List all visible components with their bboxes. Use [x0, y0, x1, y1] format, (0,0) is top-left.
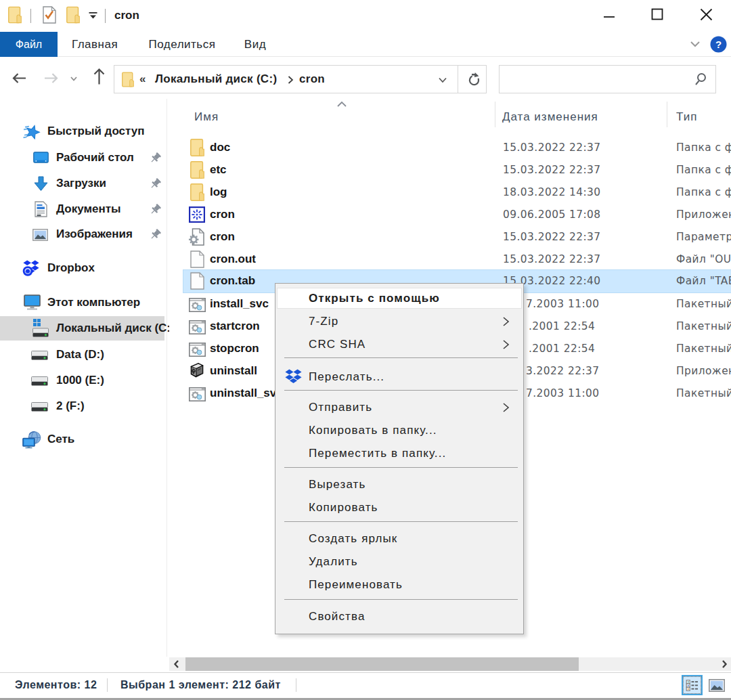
new-folder-icon[interactable]: [66, 6, 80, 24]
column-header-date[interactable]: Дата изменения: [502, 110, 598, 124]
refresh-icon[interactable]: [466, 71, 483, 88]
pin-icon: [150, 152, 161, 164]
search-icon[interactable]: [693, 72, 709, 87]
menu-item-label: Копировать: [309, 501, 378, 515]
file-type: Папка с файлами: [676, 164, 731, 176]
navigation-pane: Быстрый доступ Рабочий стол: [0, 99, 167, 657]
tab-home[interactable]: Главная: [68, 32, 122, 57]
file-row-cron-app[interactable]: cron 09.06.2005 17:08 Приложение: [169, 204, 731, 226]
menu-separator: [284, 390, 518, 391]
menu-item-move-to-folder[interactable]: Переместить в папку...: [278, 442, 521, 465]
horizontal-scrollbar[interactable]: [169, 657, 731, 671]
tab-file[interactable]: Файл: [0, 32, 58, 57]
sidebar-item-this-pc[interactable]: Этот компьютер: [0, 292, 167, 313]
file-date: 09.06.2005 17:08: [503, 209, 601, 221]
breadcrumb-chevron-left[interactable]: «: [139, 72, 146, 86]
menu-item-label: Переименовать: [309, 578, 403, 592]
sidebar-item-1000-e[interactable]: 1000 (E:): [0, 370, 167, 391]
sidebar-item-quick-access[interactable]: Быстрый доступ: [0, 121, 167, 142]
help-icon[interactable]: ?: [710, 36, 727, 53]
close-button[interactable]: [684, 0, 728, 28]
file-row-etc[interactable]: etc 15.03.2022 22:37 Папка с файлами: [169, 159, 731, 181]
menu-item-rename[interactable]: Переименовать: [278, 573, 521, 596]
menu-item-copy[interactable]: Копировать: [278, 496, 521, 519]
sidebar-item-data-d[interactable]: Data (D:): [0, 345, 167, 366]
sort-chevron-icon[interactable]: [336, 101, 347, 108]
file-name: cron.out: [210, 253, 256, 266]
menu-separator: [284, 467, 518, 468]
scroll-right-icon[interactable]: [717, 657, 731, 671]
menu-item-properties[interactable]: Свойства: [278, 605, 521, 628]
column-header-type[interactable]: Тип: [676, 110, 697, 124]
file-date: 7.2003 11:00: [526, 298, 600, 310]
up-icon[interactable]: [93, 68, 105, 85]
properties-check-icon[interactable]: [43, 6, 56, 24]
column-divider[interactable]: [495, 102, 495, 127]
tab-view[interactable]: Вид: [241, 32, 269, 57]
menu-item-delete[interactable]: Удалить: [278, 550, 521, 573]
sidebar-item-documents[interactable]: Документы: [0, 199, 167, 220]
breadcrumb-arrow-icon[interactable]: [287, 75, 294, 85]
menu-item-dropbox-send[interactable]: Переслать...: [278, 366, 521, 389]
tab-share[interactable]: Поделиться: [148, 32, 216, 57]
file-type: Приложение: [676, 209, 731, 221]
title-bar: cron: [0, 0, 731, 32]
column-divider[interactable]: [667, 102, 667, 127]
maximize-button[interactable]: [636, 0, 679, 28]
file-type: Файл "OUT": [676, 253, 731, 265]
sidebar-item-pictures[interactable]: Изображения: [0, 224, 167, 245]
file-name: etc: [210, 163, 227, 177]
qat-dropdown-icon[interactable]: [88, 12, 98, 20]
pin-icon: [150, 178, 161, 190]
forward-icon[interactable]: [44, 72, 58, 84]
menu-item-7zip[interactable]: 7-Zip: [278, 310, 521, 333]
sidebar-item-downloads[interactable]: Загрузки: [0, 173, 167, 194]
pin-icon: [150, 229, 161, 240]
recent-locations-icon[interactable]: [70, 76, 78, 82]
qat-separator: [30, 9, 31, 23]
sidebar-item-label: Изображения: [56, 227, 133, 241]
menu-item-copy-to-folder[interactable]: Копировать в папку...: [278, 419, 521, 442]
ribbon-minimize-icon[interactable]: [689, 39, 701, 49]
column-header-name[interactable]: Имя: [194, 110, 219, 124]
menu-item-crc-sha[interactable]: CRC SHA: [278, 333, 521, 356]
drive-icon: [31, 351, 48, 360]
sidebar-item-dropbox[interactable]: Dropbox: [0, 258, 167, 279]
status-bar: Элементов: 12 Выбран 1 элемент: 212 байт: [0, 672, 731, 698]
address-dropdown-icon[interactable]: [437, 76, 448, 85]
sidebar-item-network[interactable]: Сеть: [0, 429, 167, 450]
file-date: 15.03.2022 22:37: [503, 253, 601, 265]
file-row-cron-config[interactable]: cron 15.03.2022 22:37 Параметры конфигур…: [169, 226, 731, 248]
address-bar[interactable]: « Локальный диск (C:) cron: [114, 65, 487, 93]
ribbon-tab-bar: Файл Главная Поделиться Вид ?: [0, 32, 731, 57]
sidebar-item-desktop[interactable]: Рабочий стол: [0, 148, 167, 169]
breadcrumb-root[interactable]: Локальный диск (C:): [155, 72, 277, 86]
details-view-button[interactable]: [682, 675, 703, 695]
sidebar-item-label: Рабочий стол: [56, 151, 134, 165]
scroll-left-icon[interactable]: [169, 657, 183, 671]
sidebar-item-label: 2 (F:): [56, 399, 85, 413]
dropbox-icon: [285, 369, 302, 385]
submenu-arrow-icon: [502, 338, 510, 351]
menu-item-cut[interactable]: Вырезать: [278, 473, 521, 496]
sidebar-item-local-disk-c[interactable]: Локальный диск (C:): [0, 316, 164, 341]
menu-item-send-to[interactable]: Отправить: [278, 396, 521, 419]
minimize-button[interactable]: [588, 0, 631, 28]
sidebar-item-label: Быстрый доступ: [47, 125, 144, 138]
back-icon[interactable]: [12, 72, 26, 84]
sidebar-item-2-f[interactable]: 2 (F:): [0, 396, 167, 417]
file-row-log[interactable]: log 18.03.2022 14:30 Папка с файлами: [169, 181, 731, 204]
menu-item-open-with[interactable]: Открыть с помощью: [278, 288, 521, 308]
menu-item-create-shortcut[interactable]: Создать ярлык: [278, 527, 521, 550]
breadcrumb-leaf[interactable]: cron: [299, 72, 325, 86]
file-name: cron.tab: [210, 274, 255, 288]
file-date: 15.03.2022 22:37: [503, 231, 601, 243]
sidebar-item-label: Dropbox: [47, 261, 95, 275]
file-name: uninstall: [210, 364, 257, 378]
search-input[interactable]: [499, 65, 716, 93]
file-row-doc[interactable]: doc 15.03.2022 22:37 Папка с файлами: [169, 137, 731, 159]
scrollbar-thumb[interactable]: [185, 657, 579, 671]
thumbnails-view-button[interactable]: [707, 677, 726, 693]
file-row-cron-out[interactable]: cron.out 15.03.2022 22:37 Файл "OUT": [169, 248, 731, 271]
drive-icon: [31, 376, 48, 386]
